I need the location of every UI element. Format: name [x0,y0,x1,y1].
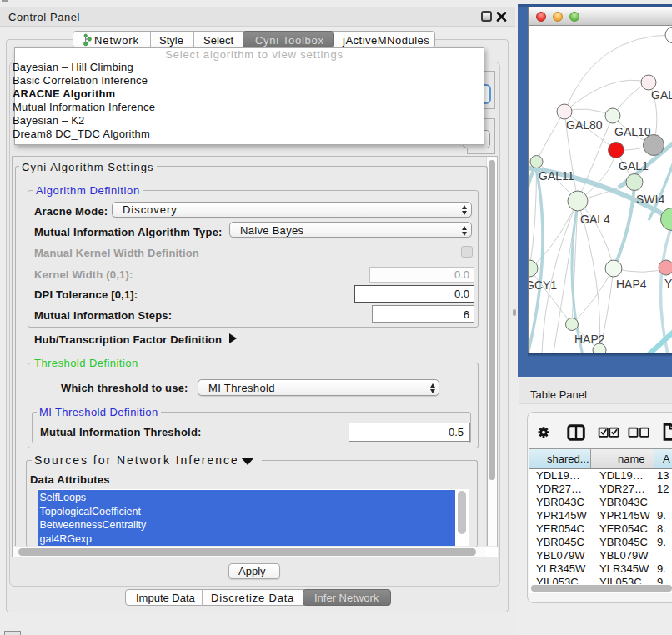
svg-text:GAL4: GAL4 [580,212,610,226]
svg-text:GAL80: GAL80 [566,118,603,132]
svg-text:GAL8: GAL8 [651,88,672,102]
svg-text:GCY1: GCY1 [529,278,557,292]
svg-text:Y: Y [664,277,672,290]
svg-text:HAP4: HAP4 [616,278,647,291]
svg-text:GAL11: GAL11 [539,169,574,182]
svg-text:GAL10: GAL10 [614,125,651,138]
svg-text:HAP2: HAP2 [574,332,605,346]
svg-text:GAL1: GAL1 [619,159,649,172]
svg-text:SWI4: SWI4 [636,192,664,206]
